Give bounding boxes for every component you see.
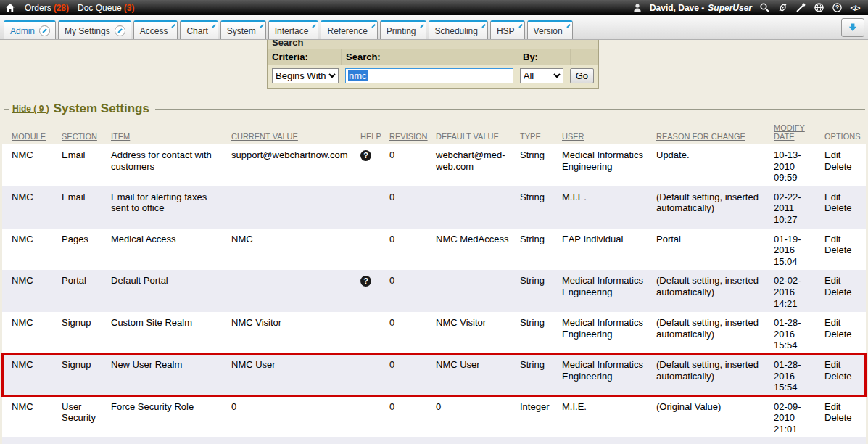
edit-pencil-icon[interactable]: [518, 23, 524, 29]
divider: [155, 109, 865, 110]
delete-link[interactable]: Delete: [824, 202, 860, 214]
cell-section: Pages: [62, 229, 111, 271]
tab-system[interactable]: System: [220, 20, 266, 39]
edit-link[interactable]: Edit: [824, 359, 860, 371]
delete-link[interactable]: Delete: [824, 161, 860, 173]
cell-item: Wizard Complete: [111, 437, 231, 444]
cell-current-value: [231, 270, 360, 312]
cell-options: Edit Delete: [824, 437, 866, 444]
cell-modify-date: 02-02-2016 14:21: [774, 270, 824, 312]
wand-icon[interactable]: [795, 2, 806, 14]
cell-type: Integer: [520, 396, 562, 438]
hide-toggle-link[interactable]: Hide ( 9 ): [12, 104, 49, 114]
tab-admin[interactable]: Admin: [4, 20, 56, 39]
globe-icon[interactable]: [813, 2, 824, 14]
table-row: NMC Email Email for alerting faxes sent …: [2, 186, 866, 229]
help-icon[interactable]: ?: [831, 2, 843, 14]
tab-scheduling[interactable]: Scheduling: [429, 20, 488, 39]
tab-reference[interactable]: Reference: [321, 20, 377, 39]
cell-current-value: NMC: [231, 229, 360, 271]
tab-my-settings[interactable]: My Settings: [58, 20, 131, 39]
tab-label: Printing: [387, 26, 416, 36]
search-input[interactable]: nmc: [345, 68, 513, 83]
column-header-reason-for-change[interactable]: REASON FOR CHANGE: [656, 119, 774, 144]
delete-link[interactable]: Delete: [824, 329, 860, 340]
delete-link[interactable]: Delete: [824, 371, 860, 382]
edit-link[interactable]: Edit: [824, 317, 860, 329]
go-button[interactable]: Go: [570, 68, 594, 83]
cell-modify-date: 02-12-2014 15:11: [774, 437, 824, 444]
delete-link[interactable]: Delete: [824, 287, 860, 298]
cell-section: Email: [62, 144, 111, 186]
edit-pencil-icon[interactable]: [170, 23, 176, 29]
cell-section: User Security: [62, 396, 111, 438]
edit-pencil-icon[interactable]: [481, 23, 487, 29]
column-header-user[interactable]: USER: [562, 119, 656, 144]
edit-pencil-icon[interactable]: [211, 23, 217, 29]
edit-link[interactable]: Edit: [824, 401, 860, 413]
tab-interface[interactable]: Interface: [268, 20, 319, 39]
cell-current-value: NMC Visitor: [231, 312, 360, 354]
column-header-revision[interactable]: REVISION: [389, 119, 436, 144]
edit-pencil-icon[interactable]: [39, 25, 50, 36]
tab-label: My Settings: [65, 26, 110, 36]
delete-link[interactable]: Delete: [824, 244, 860, 256]
column-header-item[interactable]: ITEM: [111, 119, 231, 144]
top-bar: Orders(28) Doc Queue(3) David, Dave - Su…: [0, 0, 868, 15]
column-header-type: TYPE: [520, 119, 562, 144]
tab-access[interactable]: Access: [133, 20, 178, 39]
by-select[interactable]: All: [520, 68, 563, 83]
tab-chart[interactable]: Chart: [180, 20, 218, 39]
table-row: NMCMD Process Wizard Complete ? 0 [ Untr…: [2, 437, 866, 444]
code-icon[interactable]: </>: [849, 2, 861, 14]
cell-module: NMC: [2, 354, 62, 396]
tab-printing[interactable]: Printing: [380, 20, 426, 39]
cell-reason: Portal: [656, 229, 774, 271]
search-icon[interactable]: [759, 2, 770, 14]
cell-item: Medical Access: [111, 229, 231, 271]
edit-pencil-icon[interactable]: [371, 23, 376, 29]
tab-hsp[interactable]: HSP: [490, 20, 525, 39]
delete-link[interactable]: Delete: [824, 412, 860, 424]
cell-reason: (Default setting, inserted automatically…: [656, 270, 774, 312]
cell-revision: 0: [389, 437, 436, 444]
orders-link[interactable]: Orders(28): [25, 3, 69, 13]
help-question-icon[interactable]: ?: [360, 276, 371, 287]
edit-link[interactable]: Edit: [824, 192, 860, 203]
edit-link[interactable]: Edit: [824, 149, 860, 161]
tab-version[interactable]: Version: [527, 20, 573, 39]
cell-default-value: 0: [436, 396, 520, 438]
current-user[interactable]: David, Dave - SuperUser: [650, 3, 752, 13]
home-icon[interactable]: [4, 2, 16, 14]
cell-modify-date: 02-09-2010 21:01: [774, 396, 824, 438]
cell-help: ?: [360, 354, 389, 396]
tab-list: Admin My Settings Access Chart System: [4, 20, 575, 39]
column-header-current-value[interactable]: CURRENT VALUE: [231, 119, 360, 144]
edit-pencil-icon[interactable]: [115, 25, 125, 36]
edit-pencil-icon[interactable]: [419, 23, 425, 29]
column-header-module[interactable]: MODULE: [2, 119, 62, 144]
edit-pencil-icon[interactable]: [259, 23, 265, 29]
cell-user: EAP Individual: [562, 229, 656, 271]
link-icon[interactable]: [777, 2, 788, 14]
tab-label: Interface: [275, 26, 309, 36]
collapse-arrow-button[interactable]: [841, 18, 864, 37]
edit-pencil-icon[interactable]: [566, 23, 571, 29]
cell-item: Force Security Role: [111, 396, 231, 438]
criteria-select[interactable]: Begins With: [272, 68, 339, 83]
cell-module: NMC: [2, 270, 62, 312]
cell-item: Address for contact with customers: [111, 144, 231, 186]
edit-pencil-icon[interactable]: [311, 23, 317, 29]
cell-reason: (Original Value): [656, 396, 774, 438]
table-row: NMC Signup New User Realm NMC User ? 0 N…: [2, 354, 866, 396]
edit-link[interactable]: Edit: [824, 275, 860, 287]
table-row: NMC Pages Medical Access NMC ? 0 NMC Med…: [2, 229, 866, 271]
edit-link[interactable]: Edit: [824, 234, 860, 245]
cell-revision: 0: [389, 354, 436, 396]
doc-queue-link[interactable]: Doc Queue(3): [78, 3, 134, 13]
help-question-icon[interactable]: ?: [360, 150, 371, 161]
column-header-section[interactable]: SECTION: [62, 119, 111, 144]
settings-table-body: NMC Email Address for contact with custo…: [2, 144, 866, 444]
column-header-modify-date[interactable]: MODIFY DATE: [774, 119, 824, 144]
cell-revision: 0: [389, 144, 436, 186]
